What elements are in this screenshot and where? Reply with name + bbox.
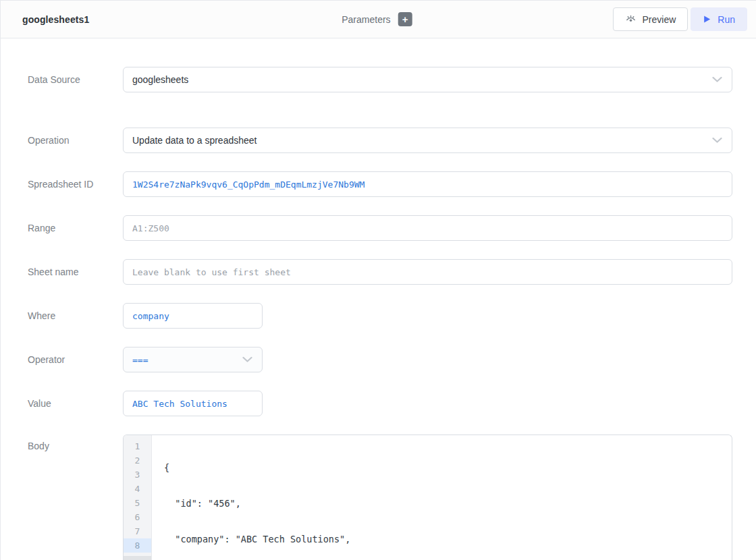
line-number: 7 [124, 524, 151, 538]
run-button[interactable]: Run [691, 7, 747, 31]
parameters-section: Parameters + [342, 1, 412, 38]
code-line: "id": "456", [164, 497, 725, 511]
row-operation: Operation Update data to a spreadsheet [28, 128, 732, 153]
code-line: "company": "ABC Tech Solutions", [164, 532, 725, 547]
line-number-active: 8 [124, 538, 151, 553]
row-spreadsheet-id: Spreadsheet ID [28, 171, 732, 197]
sheet-name-label: Sheet name [28, 267, 123, 277]
value-label: Value [28, 398, 123, 409]
line-number: 1 [124, 439, 151, 453]
operation-select[interactable]: Update data to a spreadsheet [123, 128, 732, 153]
row-data-source: Data Source googlesheets [28, 67, 732, 92]
header-actions: Preview Run [613, 7, 747, 31]
data-source-select[interactable]: googlesheets [123, 67, 732, 92]
spreadsheet-id-field [123, 171, 732, 197]
chevron-down-icon [712, 77, 722, 83]
query-editor-panel: googlesheets1 Parameters + Preview [0, 0, 756, 560]
operation-label: Operation [28, 135, 123, 146]
body-label: Body [28, 435, 123, 451]
query-form: Data Source googlesheets Operation Updat… [1, 38, 756, 560]
where-field [123, 303, 263, 329]
chevron-down-icon [712, 138, 722, 144]
line-number: 2 [124, 453, 151, 468]
run-button-label: Run [718, 14, 735, 25]
row-range: Range [28, 215, 732, 241]
eye-icon [625, 13, 637, 25]
line-number: 3 [124, 468, 151, 482]
data-source-value: googlesheets [132, 74, 188, 85]
range-label: Range [28, 223, 123, 233]
operator-value: === [132, 355, 148, 365]
body-code-editor[interactable]: 1 2 3 4 5 6 7 8 { "id": "456", "company"… [123, 435, 732, 560]
value-field [123, 391, 263, 416]
value-input[interactable] [132, 399, 253, 409]
row-operator: Operator === [28, 347, 732, 372]
editor-gutter: 1 2 3 4 5 6 7 8 [124, 435, 152, 560]
where-label: Where [28, 310, 123, 321]
preview-button[interactable]: Preview [613, 7, 688, 31]
line-number: 6 [124, 510, 151, 524]
spreadsheet-id-label: Spreadsheet ID [28, 179, 123, 190]
row-where: Where [28, 303, 732, 329]
operator-label: Operator [28, 354, 123, 365]
query-header: googlesheets1 Parameters + Preview [1, 1, 756, 38]
preview-button-label: Preview [643, 14, 676, 25]
data-source-label: Data Source [28, 74, 123, 85]
editor-scrollbar[interactable] [124, 556, 151, 560]
sheet-name-field [123, 259, 732, 285]
operator-select[interactable]: === [123, 347, 263, 372]
query-name[interactable]: googlesheets1 [22, 14, 89, 25]
chevron-down-icon [242, 357, 252, 363]
line-number: 4 [124, 482, 151, 496]
operation-value: Update data to a spreadsheet [132, 135, 256, 146]
parameters-label: Parameters [342, 14, 390, 25]
row-value: Value [28, 391, 732, 416]
play-icon [703, 15, 711, 24]
line-number: 5 [124, 496, 151, 510]
row-body: Body 1 2 3 4 5 6 7 8 { "id": "456", "com… [28, 435, 732, 560]
where-input[interactable] [132, 311, 253, 321]
spreadsheet-id-input[interactable] [132, 179, 723, 190]
code-line: { [164, 461, 725, 475]
sheet-name-input[interactable] [132, 267, 723, 277]
range-input[interactable] [132, 223, 723, 233]
plus-icon: + [402, 13, 408, 26]
range-field [123, 215, 732, 241]
row-sheet-name: Sheet name [28, 259, 732, 285]
add-parameter-button[interactable]: + [398, 12, 412, 26]
editor-content[interactable]: { "id": "456", "company": "ABC Tech Solu… [152, 435, 732, 560]
